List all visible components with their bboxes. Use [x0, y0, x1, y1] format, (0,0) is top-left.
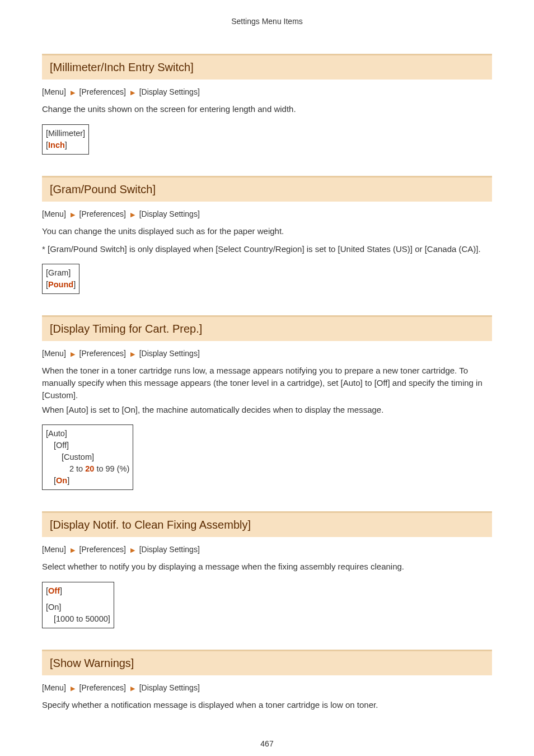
default-value: Off	[48, 586, 60, 595]
chevron-right-icon: ▶	[130, 211, 135, 218]
options-box: [Gram] [Pound]	[42, 264, 79, 294]
breadcrumb: [Menu] ▶ [Preferences] ▶ [Display Settin…	[42, 349, 492, 358]
options-box: [Auto] [Off] [Custom] 2 to 20 to 99 (%) …	[42, 424, 133, 490]
breadcrumb-menu: [Menu]	[42, 87, 66, 96]
section-description: You can change the units displayed such …	[42, 225, 492, 237]
chevron-right-icon: ▶	[130, 351, 135, 358]
option-custom-range: 2 to 20 to 99 (%)	[46, 463, 129, 475]
option-on-range: [1000 to 50000]	[46, 613, 110, 625]
page-container: Settings Menu Items [Millimeter/Inch Ent…	[0, 0, 534, 756]
chevron-right-icon: ▶	[71, 211, 75, 218]
option-millimeter: [Millimeter]	[46, 128, 85, 139]
breadcrumb-display-settings: [Display Settings]	[139, 545, 200, 554]
default-value: Inch	[48, 141, 65, 150]
breadcrumb-preferences: [Preferences]	[79, 683, 126, 692]
breadcrumb-menu: [Menu]	[42, 545, 66, 554]
option-off: [Off]	[46, 585, 110, 597]
breadcrumb-preferences: [Preferences]	[79, 349, 126, 358]
breadcrumb-display-settings: [Display Settings]	[139, 209, 200, 218]
section-heading-gram-pound: [Gram/Pound Switch]	[42, 176, 492, 202]
option-on: [On]	[46, 475, 129, 487]
chevron-right-icon: ▶	[71, 547, 75, 554]
section-heading-mm-inch: [Millimeter/Inch Entry Switch]	[42, 54, 492, 80]
breadcrumb: [Menu] ▶ [Preferences] ▶ [Display Settin…	[42, 209, 492, 218]
chevron-right-icon: ▶	[71, 89, 75, 96]
section-description: When the toner in a toner cartridge runs…	[42, 365, 492, 401]
option-on: [On]	[46, 601, 110, 613]
breadcrumb: [Menu] ▶ [Preferences] ▶ [Display Settin…	[42, 683, 492, 692]
section-heading-cart-prep: [Display Timing for Cart. Prep.]	[42, 315, 492, 341]
breadcrumb-display-settings: [Display Settings]	[139, 683, 200, 692]
chevron-right-icon: ▶	[71, 351, 75, 358]
option-custom: [Custom]	[46, 451, 129, 463]
chevron-right-icon: ▶	[71, 685, 75, 692]
breadcrumb-menu: [Menu]	[42, 209, 66, 218]
breadcrumb-preferences: [Preferences]	[79, 545, 126, 554]
breadcrumb-display-settings: [Display Settings]	[139, 87, 200, 96]
section-heading-clean-fixing: [Display Notif. to Clean Fixing Assembly…	[42, 511, 492, 537]
breadcrumb: [Menu] ▶ [Preferences] ▶ [Display Settin…	[42, 545, 492, 554]
section-heading-show-warnings: [Show Warnings]	[42, 650, 492, 675]
breadcrumb-display-settings: [Display Settings]	[139, 349, 200, 358]
chevron-right-icon: ▶	[130, 685, 135, 692]
page-header-title: Settings Menu Items	[42, 17, 492, 26]
option-pound: [Pound]	[46, 279, 76, 291]
breadcrumb-menu: [Menu]	[42, 683, 66, 692]
options-box: [Millimeter] [Inch]	[42, 124, 89, 155]
default-value: On	[56, 476, 67, 485]
section-description: Change the units shown on the screen for…	[42, 103, 492, 115]
breadcrumb-preferences: [Preferences]	[79, 209, 126, 218]
option-auto: [Auto]	[46, 428, 129, 440]
section-description: When [Auto] is set to [On], the machine …	[42, 404, 492, 416]
breadcrumb-menu: [Menu]	[42, 349, 66, 358]
option-gram: [Gram]	[46, 267, 76, 279]
section-note: * [Gram/Pound Switch] is only displayed …	[42, 243, 492, 255]
chevron-right-icon: ▶	[130, 89, 135, 96]
options-box: [Off] [On] [1000 to 50000]	[42, 582, 114, 628]
default-value: 20	[85, 464, 94, 473]
page-number: 467	[42, 739, 492, 748]
chevron-right-icon: ▶	[130, 547, 135, 554]
breadcrumb: [Menu] ▶ [Preferences] ▶ [Display Settin…	[42, 87, 492, 96]
option-off: [Off]	[46, 440, 129, 451]
default-value: Pound	[48, 280, 73, 289]
option-inch: [Inch]	[46, 139, 85, 151]
breadcrumb-preferences: [Preferences]	[79, 87, 126, 96]
section-description: Specify whether a notification message i…	[42, 699, 492, 711]
section-description: Select whether to notify you by displayi…	[42, 561, 492, 573]
